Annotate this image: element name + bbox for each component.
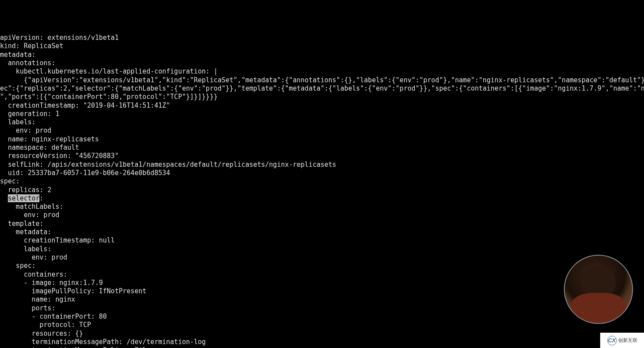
- terminal-output[interactable]: apiVersion: extensions/v1beta1 kind: Rep…: [0, 34, 644, 348]
- selector-line: selector:: [0, 194, 43, 202]
- watermark-logo: CX 创新互联: [600, 333, 644, 348]
- presenter-avatar: [564, 255, 633, 324]
- highlighted-text: selector: [8, 194, 39, 202]
- yaml-content: apiVersion: extensions/v1beta1 kind: Rep…: [0, 34, 644, 348]
- watermark-icon: CX: [607, 336, 617, 345]
- watermark-text: 创新互联: [618, 336, 637, 344]
